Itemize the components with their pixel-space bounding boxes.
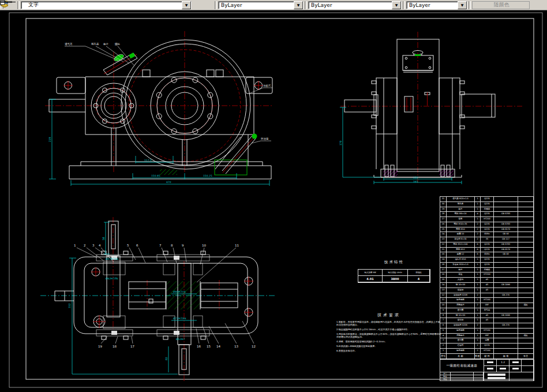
callout-label: 放油塞 [260,137,269,140]
section-view: 1 2 3 4 5 6 7 8 9 10 11 19 18 17 16 15 1… [40,217,276,382]
bom-row: 4调整垫片208F成组 [440,334,533,339]
bom-row: 11轴承端盖1HT150 [440,298,533,303]
input-shaft-end [344,100,376,112]
signoff-rows: 设计 制图 审核 [440,372,484,381]
input-shaft-stub [108,221,118,256]
svg-text:2: 2 [84,244,86,247]
svg-text:58: 58 [102,237,105,240]
toolbar-separator [215,1,217,9]
tech-req-line: 6.表面涂灰色油漆。 [336,349,441,352]
tech-char-header: 传动比 [408,270,430,276]
svg-text:Ø72H7/k6: Ø72H7/k6 [173,317,186,320]
tech-req-line: 4.调整、固定轴承时应留轴向间隙0.2~0.3mm。 [336,340,441,343]
bom-row: 24垫圈 10265MnGB 93 [440,232,533,237]
lineweight-value: ByLayer [409,2,430,8]
bom-row: 7齿轮轴145 [440,318,533,323]
svg-text:7: 7 [159,244,162,247]
bom-row: 29垫片1石棉纸 [440,207,533,212]
svg-text:18: 18 [113,345,117,348]
bom-row: 9密封圈1羊毛毡 [440,308,533,313]
title-block-empty-cell [509,372,534,381]
svg-text:470: 470 [166,181,171,184]
svg-text:82: 82 [165,357,168,360]
bom-row: 22螺栓 M12×1006Q235GB 5783 [440,242,533,248]
bom-row: 26螺栓 M10×352Q235GB 5783 [440,222,533,227]
bom-row: 30视孔盖1Q235 [440,202,533,207]
output-shaft-end [462,94,495,117]
oil-dipstick-knob [252,134,257,139]
lineweight-combo-dropdown-arrow[interactable]: ▼ [458,1,467,9]
callout-label: 油标尺 [263,84,271,88]
housing-base [69,128,271,179]
side-view: 170 130 165 [339,32,522,184]
layer-control-combo[interactable]: 文字 ▼ [21,1,192,9]
svg-text:10: 10 [202,244,206,247]
tech-char-header: 输入转速 r/min [383,270,408,276]
svg-text:130: 130 [413,176,418,179]
toolbar-separator [17,1,20,9]
tech-characteristics-table: 输入功率 kW输入转速 r/min传动比4.0138004 [358,269,430,283]
svg-text:14: 14 [216,345,220,348]
svg-text:Ø80H7/r6: Ø80H7/r6 [173,290,186,293]
svg-text:8: 8 [171,244,173,247]
plot-style-control-combo: 随颜色 [472,1,530,9]
svg-text:117.5: 117.5 [144,159,152,162]
svg-text:12: 12 [252,345,256,348]
toolbar-separator [403,1,405,9]
svg-text:6: 6 [136,244,138,247]
tech-requirements: 技术要求 1.装配前，所有零件用煤油清洗，滚动轴承用汽油清洗，机体内不允许有任何… [336,312,441,352]
tech-req-line: 1.装配前，所有零件用煤油清洗，滚动轴承用汽油清洗，机体内不允许有任何杂物存在，… [336,320,441,326]
svg-text:4: 4 [99,244,101,247]
linetype-combo-dropdown-arrow[interactable]: ▼ [392,1,401,9]
tech-characteristics-title: 技术特性 [358,260,430,265]
tech-char-value: 3800 [383,276,408,282]
bom-row: 13低速轴145 [440,288,533,293]
linetype-value: ByLayer [311,2,332,8]
svg-text:15: 15 [207,345,211,348]
svg-text:17: 17 [130,345,134,348]
lineweight-control-combo[interactable]: ByLayer ▼ [406,1,467,9]
tech-req-line: 2.啮合侧隙用铅丝检验不小于0.16mm，铅丝不得大于最小侧隙的4倍。 [336,328,441,331]
svg-text:312: 312 [68,303,71,308]
tech-char-value: 4.01 [358,276,383,282]
bom-row: 31通气器 M20×1.51Q235 [440,197,533,202]
bom-row: 5轴承端盖1HT150 [440,328,533,334]
svg-text:170: 170 [339,140,342,145]
callout-label: 螺栓 [115,42,121,46]
color-combo-dropdown-arrow[interactable]: ▼ [294,1,303,9]
svg-text:219: 219 [48,137,51,142]
bom-row: 12滚动轴承 62082GB 276 [440,293,533,298]
layer-previous-button[interactable] [203,1,213,9]
bom-table: 31通气器 M20×1.51Q23530视孔盖1Q23529垫片1石棉纸28螺栓… [440,196,534,381]
layers-properties-toolbar: 文字 ▼ ByLayer ▼ ByLayer ▼ ByLayer ▼ 随颜 [0,0,547,10]
toolbar-separator [469,1,471,9]
bom-row: 8键 10×50145GB 1096 [440,313,533,319]
linetype-control-combo[interactable]: ByLayer ▼ [308,1,402,9]
svg-text:19: 19 [98,345,102,348]
bom-row: 20垫圈 12665MnGB 93 [440,252,533,257]
balloon-leaders: 1 2 3 4 5 6 7 8 9 10 11 19 18 17 16 15 1… [74,244,256,348]
make-object-layer-current-button[interactable] [192,1,203,9]
bom-row: 23定位销 8×30235GB 117 [440,237,533,242]
bom-row: 17垫片1石棉纸 [440,268,533,273]
svg-text:1: 1 [74,244,76,247]
callout-label: 垫片 [103,43,109,46]
bom-row: 14键 16×56145GB 1096 [440,283,533,288]
tech-char-header: 输入功率 kW [358,270,383,276]
callout-label: 视孔盖 [91,42,99,46]
svg-text:165: 165 [413,180,418,183]
layer-combo-dropdown-arrow[interactable]: ▼ [182,1,191,9]
svg-text:11: 11 [235,244,239,247]
svg-text:9: 9 [182,244,184,247]
svg-text:16: 16 [197,345,201,348]
inspection-cover [403,51,433,73]
bom-row: 3密封圈1毡圈 [440,338,533,344]
drawing-number-cell [484,372,509,381]
flange-bolts [372,81,464,129]
bom-header-row: 序号名 称数量材 料标 准备注 [440,353,533,359]
color-control-combo[interactable]: ByLayer ▼ [218,1,304,9]
bom-row: 16箱座1HT200 [440,272,533,278]
title-block: 一级圆柱齿轮减速器 1:2 设计 制图 审核 [440,359,533,380]
tech-char-value: 4 [408,276,430,282]
svg-text:5: 5 [127,244,129,247]
